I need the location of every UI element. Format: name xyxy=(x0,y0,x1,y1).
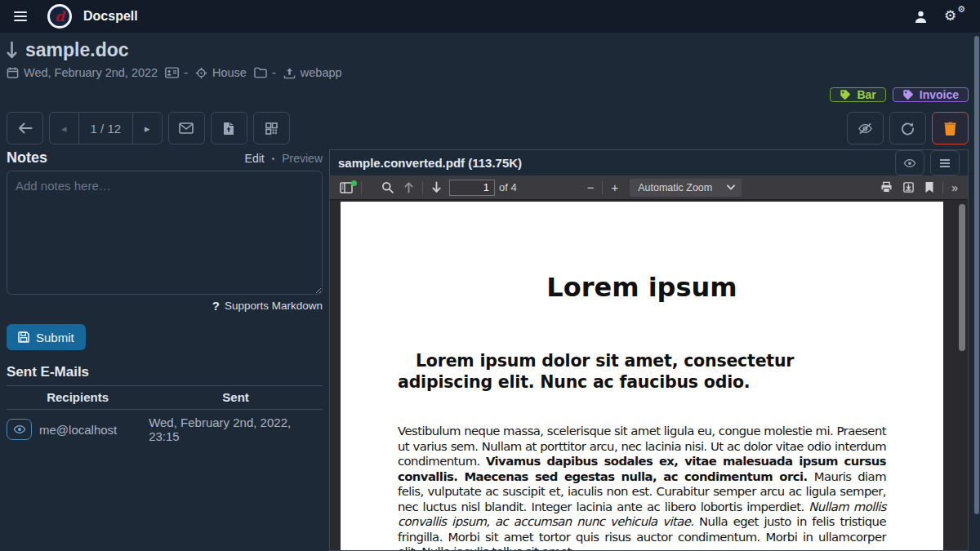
next-page-button[interactable] xyxy=(426,179,447,196)
submit-notes-button[interactable]: Submit xyxy=(7,324,86,350)
mail-sent-date: Wed, February 2nd, 2022, 23:15 xyxy=(149,410,323,450)
gears-icon: ⚙ ⚙ xyxy=(944,8,964,24)
item-header: sample.doc xyxy=(7,39,969,61)
prev-item-button[interactable]: ◂ xyxy=(50,113,78,144)
attachment-menu-button[interactable] xyxy=(930,150,960,176)
dot-separator: • xyxy=(272,154,275,163)
search-icon xyxy=(381,181,394,193)
tag-icon xyxy=(902,89,914,100)
attachment-filename: sample.converted.pdf (113.75K) xyxy=(338,156,889,170)
redo-icon xyxy=(901,122,915,136)
app-title: Docspell xyxy=(83,9,138,24)
address-card-icon xyxy=(165,67,179,78)
send-mail-button[interactable] xyxy=(168,112,205,144)
pdf-scrollbar[interactable] xyxy=(956,200,968,550)
tag-invoice[interactable]: Invoice xyxy=(893,87,969,102)
action-bar: ◂ 1 / 12 ▸ xyxy=(7,112,969,144)
view-mail-button[interactable] xyxy=(7,419,32,440)
eye-slash-icon xyxy=(858,122,873,135)
notes-preview-link[interactable]: Preview xyxy=(282,152,323,165)
preview-panel: sample.converted.pdf (113.75K) xyxy=(329,149,969,551)
tag-label: Invoice xyxy=(920,88,959,101)
upload-icon xyxy=(283,67,296,79)
arrow-left-icon xyxy=(18,122,33,135)
column-header-sent: Sent xyxy=(149,386,323,410)
hamburger-menu-button[interactable] xyxy=(8,5,33,28)
double-chevron-icon: » xyxy=(951,181,958,194)
notes-edit-link[interactable]: Edit xyxy=(245,152,265,165)
item-meta: Wed, February 2nd, 2022 - House - webapp xyxy=(7,66,969,79)
item-correspondent: - xyxy=(184,66,188,79)
pdf-page: Lorem ipsum Lorem ipsum dolor sit amet, … xyxy=(341,202,943,550)
notes-input[interactable] xyxy=(7,171,323,295)
trash-icon xyxy=(944,122,956,136)
chevron-down-icon xyxy=(727,184,735,190)
page-count-label: of 4 xyxy=(499,181,517,193)
toggle-sidebar-button[interactable] xyxy=(335,180,358,196)
calendar-icon xyxy=(7,66,19,79)
download-button[interactable] xyxy=(898,179,920,196)
submit-label: Submit xyxy=(36,331,74,344)
sent-mails-table: Recipients Sent xyxy=(7,386,323,449)
item-folder: - xyxy=(272,66,276,79)
pdf-toolbar: of 4 − + Automatic Zoom xyxy=(330,176,968,200)
navbar: d Docspell ⚙ ⚙ xyxy=(0,0,980,33)
pdf-viewer: Lorem ipsum Lorem ipsum dolor sit amet, … xyxy=(330,200,968,550)
tags-row: Bar Invoice xyxy=(7,87,969,102)
qrcode-icon xyxy=(265,122,278,135)
question-mark-icon: ? xyxy=(212,299,220,313)
envelope-icon xyxy=(179,122,194,134)
current-view-button[interactable] xyxy=(920,179,939,196)
pagination-label: 1 / 12 xyxy=(78,113,133,144)
delete-button[interactable] xyxy=(932,112,969,144)
chevron-left-icon: ◂ xyxy=(61,123,67,134)
next-item-button[interactable]: ▸ xyxy=(132,113,162,144)
download-file-icon xyxy=(902,181,915,193)
settings-menu-button[interactable]: ⚙ ⚙ xyxy=(939,3,969,29)
zoom-in-button[interactable]: + xyxy=(606,178,623,197)
arrow-up-icon xyxy=(403,181,414,193)
previous-page-button[interactable] xyxy=(399,179,419,196)
minus-icon: − xyxy=(587,180,595,194)
add-files-button[interactable] xyxy=(211,112,247,144)
back-button[interactable] xyxy=(7,112,43,144)
markdown-hint[interactable]: Supports Markdown xyxy=(225,300,323,312)
secondary-toolbar-toggle[interactable]: » xyxy=(947,179,963,197)
arrow-down-icon xyxy=(431,181,442,193)
tag-bar[interactable]: Bar xyxy=(830,87,885,102)
notification-dot xyxy=(351,180,357,186)
item-id-button[interactable] xyxy=(253,112,290,144)
item-source: webapp xyxy=(301,66,342,79)
zoom-level-select[interactable]: Automatic Zoom xyxy=(630,179,742,197)
sent-mails-heading: Sent E-Mails xyxy=(7,364,323,386)
print-button[interactable] xyxy=(875,179,898,196)
zoom-out-button[interactable]: − xyxy=(582,178,599,197)
save-icon xyxy=(18,331,29,343)
user-icon xyxy=(914,10,928,24)
reprocess-button[interactable] xyxy=(889,112,926,144)
toggle-preview-button[interactable] xyxy=(895,150,924,176)
page-number-input[interactable] xyxy=(449,180,495,196)
mail-recipient: me@localhost xyxy=(39,423,117,437)
pagination-group: ◂ 1 / 12 ▸ xyxy=(49,112,163,144)
item-date: Wed, February 2nd, 2022 xyxy=(24,66,158,79)
item-concerning: House xyxy=(212,66,247,79)
table-row: me@localhost Wed, February 2nd, 2022, 23… xyxy=(7,410,323,450)
pdf-scrollbar-thumb[interactable] xyxy=(959,204,965,351)
left-sidebar: Notes Edit • Preview ? Supports Markdown… xyxy=(7,149,323,551)
file-upload-icon xyxy=(223,122,234,136)
crosshairs-icon xyxy=(195,67,207,79)
plus-icon: + xyxy=(611,180,618,194)
column-header-recipients: Recipients xyxy=(7,386,149,410)
user-menu-button[interactable] xyxy=(909,5,933,29)
printer-icon xyxy=(880,181,893,193)
unconfirm-button[interactable] xyxy=(847,112,884,144)
bars-icon xyxy=(939,158,951,168)
hamburger-icon xyxy=(13,10,28,23)
find-button[interactable] xyxy=(376,179,399,196)
eye-icon xyxy=(903,158,916,168)
notes-heading: Notes xyxy=(7,149,245,167)
page-scrollbar[interactable] xyxy=(974,36,979,514)
pdf-title: Lorem ipsum xyxy=(398,272,886,303)
tag-label: Bar xyxy=(857,88,875,101)
